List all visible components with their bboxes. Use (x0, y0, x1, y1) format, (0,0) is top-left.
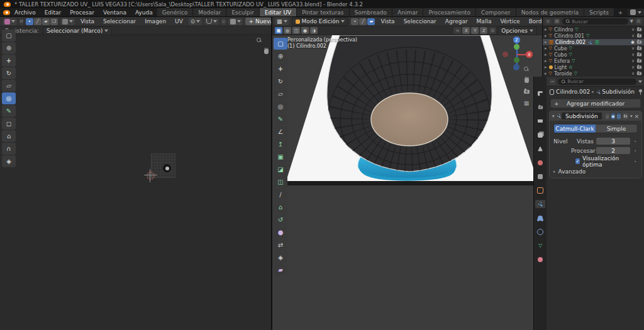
disable-render-icon[interactable] (637, 53, 641, 57)
disable-render-icon[interactable] (637, 28, 641, 31)
tool-edge-slide[interactable] (274, 239, 287, 251)
viewport-zoom-button[interactable] (521, 64, 531, 74)
disable-render-icon[interactable] (637, 41, 641, 44)
render-levels-field[interactable]: 2 (596, 147, 630, 154)
tool-move[interactable] (274, 63, 287, 75)
chevron-down-icon[interactable] (638, 80, 642, 83)
uv-tool-select-box[interactable] (2, 30, 16, 41)
uv-tool-cursor[interactable] (2, 42, 16, 54)
viewport-pan-button[interactable] (521, 75, 531, 85)
tool-bevel[interactable] (274, 163, 287, 175)
options-dropdown[interactable]: Opciones (497, 26, 537, 35)
outliner-search-input[interactable] (572, 19, 625, 25)
tab-pintar-texturas[interactable]: Pintar texturas (297, 8, 349, 16)
outliner-row-cube[interactable]: ▸ ▽ Cube ▽ ∨ (543, 45, 644, 52)
hide-viewport-icon[interactable]: ∨ (631, 65, 635, 70)
tool-shrink-fatten[interactable] (274, 251, 287, 263)
display-cage-toggle[interactable]: ◇ (606, 113, 609, 119)
modifier-panel-header[interactable]: ▾ Subdivisión ◇ ▣ ▢ ▾ × (550, 111, 641, 121)
tool-cursor[interactable] (274, 50, 287, 62)
uv-sync-select-toggle[interactable]: ⇄ (19, 18, 23, 25)
outliner-row-cilindro-002-selected[interactable]: ▸ ▽ Cilindro.002 ▽ ◉ (543, 39, 644, 45)
uv-tool-annotate[interactable] (2, 105, 16, 117)
vp-menu-agregar[interactable]: Agregar (442, 18, 471, 25)
uv-pivot-button[interactable]: ⊙ (189, 18, 203, 25)
tool-transform[interactable] (274, 101, 287, 113)
gizmo-x-negative[interactable] (502, 52, 508, 57)
catmull-clark-button[interactable]: Catmull-Clark (554, 124, 596, 133)
viewport-scene[interactable] (272, 35, 542, 330)
outliner-display-mode-icon[interactable]: ▤ (553, 18, 560, 25)
modifier-name-field[interactable]: Subdivisión (562, 113, 602, 119)
tool-loop-cut[interactable] (274, 176, 287, 188)
gizmo-x-axis[interactable]: X (526, 51, 533, 58)
tab-modifiers-active[interactable] (535, 200, 545, 208)
hide-viewport-icon[interactable]: ∨ (631, 46, 635, 51)
expand-icon[interactable]: ▸ (545, 58, 547, 63)
tool-smooth[interactable] (274, 226, 287, 238)
uv-menu-vista[interactable]: Vista (77, 18, 97, 25)
pin-icon[interactable] (638, 89, 641, 95)
tool-measure[interactable] (274, 126, 287, 138)
decorator-icon[interactable]: • (633, 148, 638, 153)
expand-icon[interactable]: ▸ (545, 40, 547, 45)
tool-poly-build[interactable] (274, 201, 287, 213)
shading-material-button[interactable]: ◑ (310, 27, 318, 34)
uv-tool-pinch-alt[interactable] (2, 155, 16, 167)
extras-dropdown-icon[interactable]: ▾ (630, 114, 633, 119)
uv-island-circle[interactable] (163, 164, 171, 172)
collapse-icon[interactable]: ▾ (552, 114, 555, 119)
vp-menu-seleccionar[interactable]: Seleccionar (401, 18, 440, 25)
tool-spin[interactable] (274, 214, 287, 226)
breadcrumb-modifier[interactable]: Subdivisión (602, 89, 635, 95)
outliner-filter-icon[interactable]: ≡ (545, 18, 552, 25)
add-workspace-button[interactable]: + (614, 8, 627, 16)
blender-menu-icon[interactable] (3, 10, 10, 15)
menu-ayuda[interactable]: Ayuda (131, 8, 157, 16)
scene-selector[interactable]: Scene (628, 9, 644, 16)
uv-zoom-icon[interactable] (257, 38, 262, 43)
expand-icon[interactable]: ▸ (545, 27, 547, 32)
gizmo-z-axis[interactable]: Z (513, 36, 520, 43)
outliner-row-toroide[interactable]: ▸ ▽ Toroide ▽ ∨ (543, 70, 644, 77)
hide-viewport-icon[interactable]: ∨ (631, 71, 635, 76)
tab-view-layer[interactable] (535, 131, 545, 139)
expand-icon[interactable]: ▸ (545, 33, 547, 38)
tool-knife[interactable] (274, 189, 287, 201)
cylinder-cap-face[interactable] (371, 93, 448, 146)
uv-select-face-button[interactable]: ▰ (42, 18, 50, 25)
expand-icon[interactable]: ▸ (545, 71, 547, 76)
visible-eye-icon[interactable]: ◉ (631, 40, 635, 45)
uv-tool-pinch[interactable] (2, 143, 16, 155)
uv-image-browse-button[interactable] (228, 18, 243, 25)
tab-editar-uv[interactable]: Editar UV (260, 8, 297, 16)
menu-ventana[interactable]: Ventana (99, 8, 131, 16)
select-face-button[interactable]: ▰ (367, 18, 375, 25)
uv-2d-cursor[interactable] (147, 172, 155, 180)
vp-menu-vertice[interactable]: Vértice (497, 18, 523, 25)
properties-search[interactable] (558, 79, 636, 85)
tab-collection[interactable] (535, 172, 545, 180)
viewport-levels-field[interactable]: 3 (596, 138, 630, 145)
properties-search-input[interactable] (567, 79, 633, 84)
menu-procesar[interactable]: Procesar (65, 8, 99, 16)
overlays-toggle[interactable]: ◍ (284, 27, 291, 34)
uv-proportional-edit-toggle[interactable]: ◎ (221, 18, 225, 25)
display-render-toggle[interactable] (623, 113, 628, 119)
disable-render-icon[interactable] (637, 72, 641, 75)
new-collection-icon[interactable]: ⊞ (635, 18, 642, 25)
outliner-row-cubo[interactable]: ▸ ▽ Cubo ▽ ∨ (543, 52, 644, 58)
tab-object[interactable] (535, 186, 545, 194)
expand-icon[interactable]: ▸ (545, 46, 547, 51)
decorator-icon[interactable]: • (633, 159, 638, 163)
tab-nodos-geometria[interactable]: Nodos de geometría (516, 8, 584, 16)
disable-render-icon[interactable] (637, 47, 641, 50)
tab-scripts[interactable]: Scripts (584, 8, 614, 16)
outliner-row-esfera[interactable]: ▸ ▽ Esfera ▽ ∨ (543, 58, 644, 64)
disable-render-icon[interactable] (637, 35, 641, 38)
tool-scale[interactable] (274, 88, 287, 100)
active-tool-dropdown[interactable]: Seleccionar (Marco) (43, 26, 112, 35)
xray-toggle[interactable]: ◫ (292, 27, 300, 34)
hide-viewport-icon[interactable]: ∨ (631, 58, 635, 63)
uv-tool-transform[interactable] (2, 92, 16, 104)
